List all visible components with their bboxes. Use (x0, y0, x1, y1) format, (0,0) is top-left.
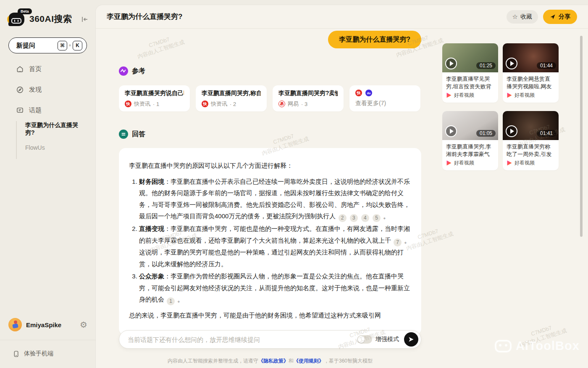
answer-card: 李亚鹏在直播中哭穷的原因可以从以下几个方面进行解释： 财务困境：李亚鹏在直播中公… (119, 148, 421, 335)
scrollbar[interactable] (580, 36, 583, 237)
video-duration: 01:41 (537, 130, 556, 137)
app-title: 360AI搜索 (29, 13, 72, 25)
answer-closing: 总的来说，李亚鹏在直播中哭穷，可能是由于他的财务困境，他希望通过这种方式来吸引网 (129, 310, 411, 321)
video-source: 好看视频 (454, 92, 474, 99)
user-message: 李亚鹏为什么直播哭穷? (119, 31, 421, 48)
user-name: EmiyaSpike (26, 321, 80, 328)
play-icon (506, 125, 517, 137)
video-duration: 01:05 (476, 130, 496, 137)
video-card[interactable]: 01:05 李亚鹏直播哭穷,李湘前夫李厚霖豪气出手 好看视频 (442, 111, 498, 170)
enhance-mode-toggle[interactable] (357, 335, 372, 344)
source-name: 快资讯 (134, 100, 150, 108)
sidebar-item-topics[interactable]: 话题 (16, 106, 42, 114)
view-more-card[interactable]: 快 du 查看更多(7) (349, 85, 420, 111)
sidebar-item-discover[interactable]: 发现 (16, 86, 42, 94)
citation-badge[interactable]: 4 (361, 214, 369, 222)
source-index: · 2 (230, 101, 236, 107)
view-more-label: 查看更多(7) (355, 100, 415, 107)
video-thumbnail: 01:05 (442, 111, 498, 140)
reference-section-header: 参考 (119, 66, 145, 76)
mobile-link-label: 体验手机端 (24, 350, 53, 357)
video-source: 好看视频 (514, 159, 535, 167)
answer-list: 财务困境：李亚鹏在直播中公开表示自己已经连续一周靠吃外卖度日，这说明他的经济状况… (129, 176, 411, 306)
sidebar-collapse-icon[interactable] (81, 15, 89, 24)
send-button[interactable] (404, 332, 418, 347)
main-panel: 李亚鹏为什么直播哭穷? ☆ 收藏 分享 李亚鹏为什么直播哭穷? 参考 李亚鹏直播… (96, 5, 588, 368)
share-label: 分享 (559, 13, 570, 21)
play-icon (445, 58, 457, 69)
star-icon: ☆ (512, 13, 518, 21)
new-question-button[interactable]: 新提问 ⌘ + K (8, 37, 87, 53)
page-title: 李亚鹏为什么直播哭穷? (107, 12, 507, 21)
kuaizixun-icon: 快 (125, 101, 131, 107)
followup-input[interactable] (128, 336, 357, 343)
citation-badge[interactable]: 5 (373, 214, 381, 222)
video-thumbnail: 01:44 (503, 43, 559, 72)
privacy-policy-link[interactable]: 《隐私政策》 (258, 358, 289, 364)
favorite-button[interactable]: ☆ 收藏 (507, 10, 538, 24)
topic-list: 李亚鹏为什么直播哭穷? FlowUs (16, 121, 87, 159)
home-icon (16, 65, 24, 73)
video-card[interactable]: 01:44 李亚鹏全网悬赏直播哭穷视频啦,网友看... 好看视频 (503, 43, 559, 103)
haokan-icon (446, 93, 452, 98)
composer-bar: 增强模式 (119, 330, 421, 349)
source-index: · 3 (301, 101, 307, 107)
sidebar: Beta 360AI搜索 新提问 ⌘ + K 首页 发现 话题 李亚鹏为什么直播… (0, 0, 96, 368)
haokan-icon (446, 160, 452, 166)
new-question-label: 新提问 (16, 42, 58, 50)
video-duration: 01:44 (537, 62, 556, 69)
source-name: 快资讯 (211, 100, 227, 108)
video-title: 李亚鹏全网悬赏直播哭穷视频啦,网友看... (503, 72, 559, 91)
user-account-row[interactable]: EmiyaSpike ⚙ (8, 318, 87, 332)
share-button[interactable]: 分享 (543, 10, 577, 24)
citation-badge[interactable]: 2 (339, 214, 346, 222)
video-title: 李亚鹏直播罕见哭穷,坦言投资失败背负... (442, 72, 498, 91)
conversation-header: 李亚鹏为什么直播哭穷? ☆ 收藏 分享 (96, 5, 588, 29)
video-card[interactable]: 01:41 李亚鹏直播哭穷称吃了一周外卖,引发网... 好看视频 (503, 111, 559, 170)
citation-badge[interactable]: 7 (394, 238, 402, 246)
kuaizixun-icon: 快 (355, 90, 362, 96)
k-keycap: K (73, 41, 82, 50)
share-icon (550, 14, 556, 20)
cmd-keycap: ⌘ (58, 41, 67, 50)
brand: Beta 360AI搜索 (8, 10, 89, 28)
play-icon (506, 58, 517, 69)
sidebar-item-label: 话题 (29, 106, 42, 114)
answer-item-3: 公众形象：李亚鹏作为曾经的影视圈风云人物，他的形象一直是公众关注的焦点。他在直播… (139, 270, 411, 305)
reference-card[interactable]: 李亚鹏直播哭穷说自己吃... 快 快资讯 · 1 (119, 85, 190, 111)
answer-item-1: 财务困境：李亚鹏在直播中公开表示自己已经连续一周靠吃外卖度日，这说明他的经济状况… (139, 176, 411, 222)
enhance-mode-label: 增强模式 (375, 336, 399, 343)
compass-icon (16, 86, 24, 94)
video-card[interactable]: 01:25 李亚鹏直播罕见哭穷,坦言投资失败背负... 好看视频 (442, 43, 498, 103)
video-duration: 01:25 (476, 62, 496, 69)
video-results: 01:25 李亚鹏直播罕见哭穷,坦言投资失败背负... 好看视频 01:44 李… (442, 43, 559, 170)
video-thumbnail: 01:25 (442, 43, 498, 72)
mobile-app-link[interactable]: 体验手机端 (13, 350, 53, 357)
reference-card[interactable]: 李亚鹏直播间哭穷,称自己... 快 快资讯 · 2 (196, 85, 267, 111)
citation-badge[interactable]: 3 (350, 214, 358, 222)
video-title: 李亚鹏直播哭穷,李湘前夫李厚霖豪气出手 (442, 140, 498, 159)
divider (0, 340, 96, 340)
settings-gear-icon[interactable]: ⚙ (80, 320, 87, 329)
video-source: 好看视频 (514, 92, 535, 99)
baidu-icon: du (365, 90, 372, 96)
reference-section-title: 参考 (132, 67, 145, 76)
reference-card[interactable]: 李亚鹏直播间哭穷?卖惨有... 易 网易 · 3 (273, 85, 344, 111)
chat-bubble-icon (16, 106, 24, 114)
answer-item-2: 直播变现：李亚鹏在直播中哭穷，可能也是他的一种变现方式。在直播中，有网友透露，当… (139, 223, 411, 270)
usage-rules-link[interactable]: 《使用规则》 (294, 358, 324, 364)
sidebar-item-label: 发现 (29, 86, 42, 94)
sidebar-item-home[interactable]: 首页 (16, 65, 42, 73)
topic-item-flowus[interactable]: FlowUs (25, 144, 87, 151)
kuaizixun-icon: 快 (202, 101, 208, 107)
reference-cards: 李亚鹏直播哭穷说自己吃... 快 快资讯 · 1 李亚鹏直播间哭穷,称自己...… (119, 85, 427, 111)
citation-badge[interactable]: 1 (167, 297, 175, 305)
answer-section-header: 回答 (119, 130, 145, 139)
app-logo-icon: Beta (8, 11, 25, 27)
disclaimer: 内容由人工智能搜索并整理生成，请遵守《隐私政策》和《使用规则》，基于360智脑大… (119, 357, 421, 365)
beta-badge: Beta (18, 8, 32, 14)
answer-section-title: 回答 (132, 130, 145, 139)
send-icon (408, 336, 415, 343)
topic-item-current[interactable]: 李亚鹏为什么直播哭穷? (25, 121, 87, 136)
source-name: 网易 (288, 100, 299, 108)
